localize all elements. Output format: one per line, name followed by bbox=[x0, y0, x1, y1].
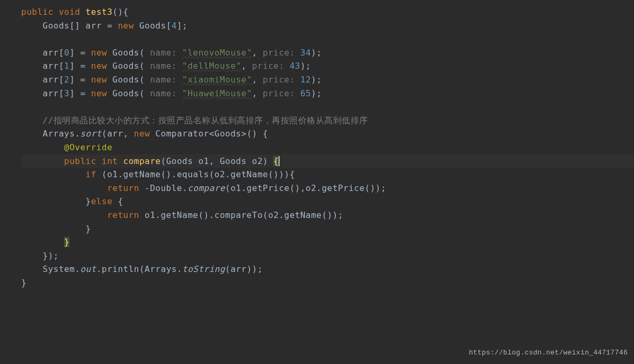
string: "lenovoMouse" bbox=[182, 48, 252, 58]
annotation: @Override bbox=[64, 142, 112, 152]
matched-brace: { bbox=[273, 156, 279, 166]
kw: public bbox=[21, 7, 53, 17]
param-hint: price: bbox=[263, 48, 295, 58]
method: test3 bbox=[86, 7, 113, 17]
current-line: public int compare(Goods o1, Goods o2) { bbox=[21, 154, 634, 168]
comment: //指明商品比较大小的方式：按照产品名称从低到高排序，再按照价格从高到低排序 bbox=[43, 115, 368, 125]
code-block: public void test3(){ Goods[] arr = new G… bbox=[0, 0, 634, 289]
matched-brace: } bbox=[64, 237, 69, 247]
watermark: https://blog.csdn.net/weixin_44717746 bbox=[469, 348, 628, 359]
param-hint: name: bbox=[150, 48, 177, 58]
kw: void bbox=[59, 7, 81, 17]
type: Goods bbox=[43, 21, 70, 31]
caret-icon bbox=[279, 156, 280, 166]
